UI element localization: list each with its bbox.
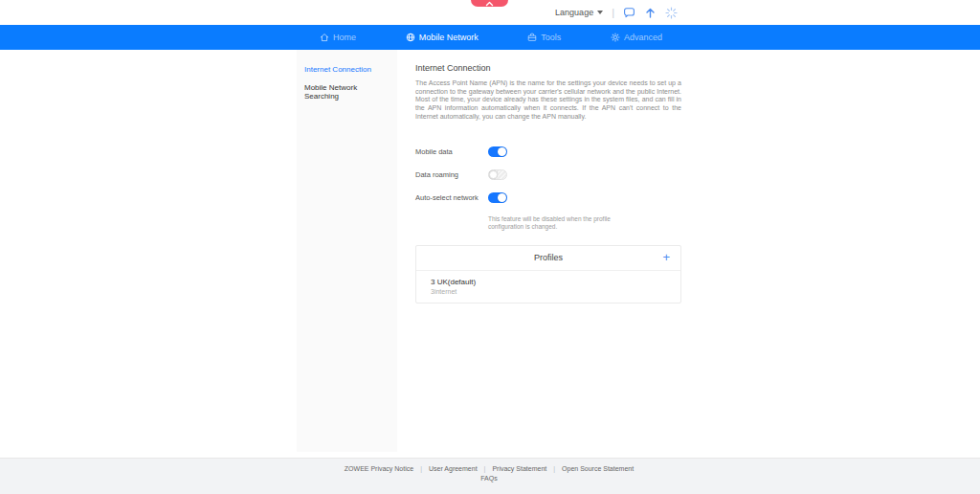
nav-tab-label: Tools <box>541 33 561 42</box>
caret-down-icon <box>597 11 603 14</box>
chevron-up-icon <box>485 1 494 7</box>
mobile-data-toggle[interactable] <box>488 146 507 157</box>
footer-divider: | <box>553 465 555 472</box>
data-roaming-toggle[interactable] <box>488 169 507 180</box>
footer-link-open-source[interactable]: Open Source Statement <box>562 465 634 472</box>
nav-tab-label: Home <box>333 33 356 42</box>
footer: ZOWEE Privacy Notice | User Agreement | … <box>0 458 980 494</box>
nav-tab-label: Advanced <box>624 33 662 42</box>
mobile-data-label: Mobile data <box>415 147 488 156</box>
feedback-chat-icon[interactable] <box>623 7 635 19</box>
toggle-knob <box>498 193 506 202</box>
profiles-header: Profiles + <box>416 246 680 271</box>
auto-select-network-row: Auto-select network <box>415 192 681 203</box>
mobile-data-row: Mobile data <box>415 146 681 157</box>
toggle-knob <box>498 147 506 156</box>
update-arrow-up-icon[interactable] <box>644 7 657 19</box>
toggle-knob <box>489 170 498 179</box>
main-panel: Internet Connection The Access Point Nam… <box>397 50 681 458</box>
globe-icon <box>406 33 415 42</box>
gear-icon <box>611 33 620 42</box>
nav-tab-home[interactable]: Home <box>320 33 356 42</box>
sidebar-item-internet-connection[interactable]: Internet Connection <box>297 60 397 79</box>
footer-link-faqs[interactable]: FAQs <box>297 475 681 482</box>
auto-select-network-toggle[interactable] <box>488 192 507 203</box>
apn-description: The Access Point Name (APN) is the name … <box>415 79 681 122</box>
loading-spinner-icon <box>665 7 678 19</box>
nav-tab-tools[interactable]: Tools <box>527 33 561 42</box>
auto-select-note: This feature will be disabled when the p… <box>488 215 622 231</box>
data-roaming-row: Data roaming <box>415 169 681 180</box>
toggle-section: Mobile data Data roaming Auto-select net… <box>415 146 681 231</box>
sidebar: Internet Connection Mobile Network Searc… <box>297 50 397 452</box>
language-label: Language <box>555 8 593 17</box>
home-icon <box>320 33 329 42</box>
nav-tab-label: Mobile Network <box>419 33 479 42</box>
topbar-divider: | <box>612 7 614 18</box>
profiles-title: Profiles <box>534 253 563 262</box>
quick-access-tab[interactable] <box>471 0 508 7</box>
page-title: Internet Connection <box>415 63 681 73</box>
content-area: Internet Connection Mobile Network Searc… <box>0 50 980 458</box>
footer-link-privacy-notice[interactable]: ZOWEE Privacy Notice <box>345 465 413 472</box>
profiles-card: Profiles + 3 UK(default) 3internet <box>415 245 681 304</box>
main-nav: Home Mobile Network Tools Advanced <box>0 25 980 50</box>
profile-name: 3 UK(default) <box>431 278 666 286</box>
data-roaming-label: Data roaming <box>415 170 488 179</box>
profile-list-item[interactable]: 3 UK(default) 3internet <box>416 271 680 303</box>
toolbox-icon <box>527 33 537 42</box>
profile-apn: 3internet <box>431 288 666 295</box>
auto-select-network-label: Auto-select network <box>415 193 488 202</box>
footer-divider: | <box>484 465 486 472</box>
left-spacer <box>0 50 297 458</box>
nav-tab-advanced[interactable]: Advanced <box>611 33 662 42</box>
sidebar-item-mobile-network-searching[interactable]: Mobile Network Searching <box>297 79 397 105</box>
footer-links: ZOWEE Privacy Notice | User Agreement | … <box>297 465 681 472</box>
nav-tab-mobile-network[interactable]: Mobile Network <box>406 33 479 42</box>
language-dropdown[interactable]: Language <box>555 8 603 17</box>
footer-link-user-agreement[interactable]: User Agreement <box>429 465 478 472</box>
add-profile-button[interactable]: + <box>660 250 672 264</box>
footer-link-privacy-statement[interactable]: Privacy Statement <box>492 465 546 472</box>
footer-divider: | <box>420 465 422 472</box>
